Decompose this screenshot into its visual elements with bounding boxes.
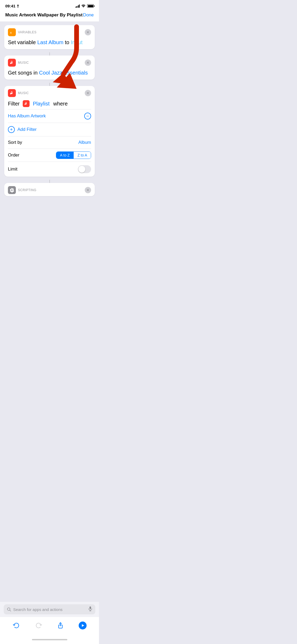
variables-icon-badge: x <box>8 28 16 36</box>
status-bar: 09:41 <box>0 0 99 10</box>
svg-point-0 <box>83 7 84 7</box>
music-note-icon-2 <box>10 91 14 95</box>
music-card-1-close-button[interactable]: ✕ <box>85 59 91 66</box>
order-a-to-z-button[interactable]: A to Z <box>56 152 73 159</box>
content-area: x VARIABLES ✕ Set variable Last Album to… <box>0 21 99 200</box>
limit-toggle[interactable] <box>78 165 91 173</box>
music-card-1-header-left: MUSIC <box>8 59 29 67</box>
scripting-card-header: SCRIPTING ✕ <box>4 183 95 196</box>
music-label-1: MUSIC <box>18 61 29 65</box>
variables-card-header: x VARIABLES ✕ <box>4 25 95 38</box>
playlist-icon-badge <box>23 100 30 107</box>
filter-title: Filter Playlist where <box>4 99 95 109</box>
sort-by-label: Sort by <box>8 140 22 145</box>
done-button[interactable]: Done <box>83 12 94 18</box>
status-time: 09:41 <box>5 4 19 8</box>
limit-label: Limit <box>8 167 17 172</box>
music-card-1-body: Get songs in Cool Jazz Essentials <box>4 69 95 80</box>
add-filter-text: Add Filter <box>17 127 37 132</box>
time-display: 09:41 <box>5 4 15 8</box>
card-header-left: x VARIABLES <box>8 28 36 36</box>
order-segmented-control[interactable]: A to Z Z to A <box>56 151 91 159</box>
variable-icon: x <box>10 30 14 35</box>
connector-3 <box>4 180 95 183</box>
order-row: Order A to Z Z to A <box>4 149 95 162</box>
limit-row: Limit <box>4 162 95 177</box>
get-songs-text: Get songs in <box>8 70 37 76</box>
filter-card-header: MUSIC ✕ <box>4 86 95 99</box>
to-text: to <box>65 39 69 45</box>
scripting-label: SCRIPTING <box>18 188 36 192</box>
location-icon <box>17 4 19 8</box>
battery-icon <box>87 4 94 8</box>
filter-card-close-button[interactable]: ✕ <box>85 90 91 96</box>
filter-text: Filter <box>8 101 20 107</box>
music-icon-badge-2 <box>8 89 16 97</box>
add-filter-button[interactable]: + <box>8 126 15 133</box>
page-title: Music Artwork Wallpaper By Playlist <box>5 12 83 18</box>
sort-row[interactable]: Sort by Album <box>4 136 95 149</box>
music-card-1-header: MUSIC ✕ <box>4 56 95 69</box>
svg-text:x: x <box>10 31 12 34</box>
set-variable-text: Set variable <box>8 39 36 45</box>
where-text: where <box>53 101 68 107</box>
order-label: Order <box>8 153 19 158</box>
has-album-artwork-label: Has Album Artwork <box>8 113 46 119</box>
input-link[interactable]: Input <box>71 39 82 45</box>
nav-header: Music Artwork Wallpaper By Playlist Done <box>0 10 99 21</box>
scripting-header-left: SCRIPTING <box>8 186 36 194</box>
variables-card: x VARIABLES ✕ Set variable Last Album to… <box>4 25 95 49</box>
filter-card: MUSIC ✕ Filter Playlist where Has Album … <box>4 86 95 177</box>
playlist-filter-link[interactable]: Playlist <box>33 101 49 107</box>
variables-card-text: Set variable Last Album to Input <box>8 39 82 45</box>
wifi-icon <box>81 4 86 8</box>
remove-filter-button[interactable]: − <box>84 113 91 119</box>
gear-icon <box>10 188 14 192</box>
music-label-2: MUSIC <box>18 91 29 95</box>
filter-row[interactable]: Has Album Artwork − <box>4 109 95 123</box>
variables-close-button[interactable]: ✕ <box>85 29 91 35</box>
scripting-close-button[interactable]: ✕ <box>85 187 91 193</box>
scripting-card: SCRIPTING ✕ <box>4 183 95 196</box>
music-note-icon-1 <box>10 60 14 65</box>
signal-icon <box>76 4 80 8</box>
status-icons <box>76 4 94 8</box>
sort-value[interactable]: Album <box>78 140 91 145</box>
add-filter-row[interactable]: + Add Filter <box>4 123 95 136</box>
music-card-1: MUSIC ✕ Get songs in Cool Jazz Essential… <box>4 56 95 80</box>
filter-card-header-left: MUSIC <box>8 89 29 97</box>
variables-label: VARIABLES <box>18 30 36 34</box>
playlist-link[interactable]: Cool Jazz Essentials <box>39 70 88 76</box>
variables-card-body: Set variable Last Album to Input <box>4 38 95 49</box>
last-album-link[interactable]: Last Album <box>37 39 63 45</box>
music-card-1-text: Get songs in Cool Jazz Essentials <box>8 70 88 76</box>
connector-2 <box>4 83 95 86</box>
connector-1 <box>4 52 95 56</box>
music-note-icon-3 <box>24 102 28 106</box>
scripting-icon-badge <box>8 186 16 194</box>
music-icon-badge-1 <box>8 59 16 67</box>
order-z-to-a-button[interactable]: Z to A <box>74 152 91 159</box>
